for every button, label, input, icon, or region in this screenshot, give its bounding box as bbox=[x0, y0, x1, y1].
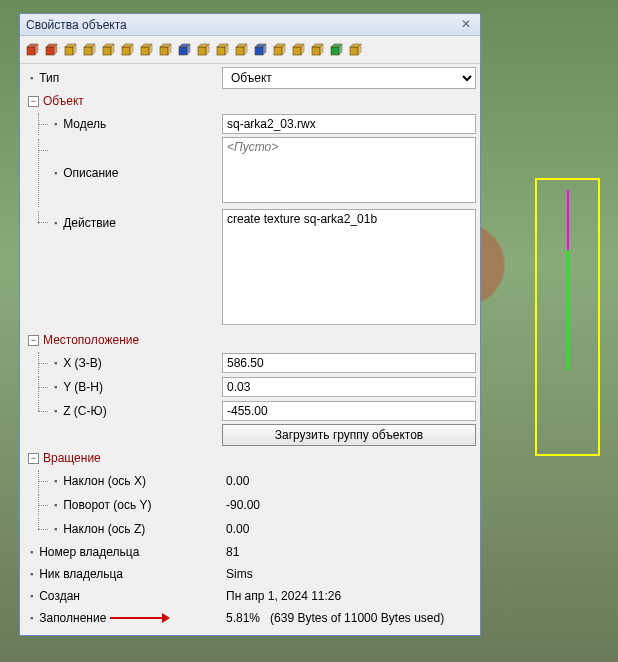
tilt-x-label: Наклон (ось X) bbox=[63, 474, 146, 488]
svg-rect-12 bbox=[103, 47, 111, 55]
cube-small-4-icon[interactable] bbox=[138, 42, 154, 58]
bullet-icon: ▪ bbox=[54, 406, 57, 416]
type-label: Тип bbox=[39, 71, 59, 85]
bullet-icon: ▪ bbox=[54, 524, 57, 534]
x-label: X (З-В) bbox=[63, 356, 102, 370]
turn-y-value: -90.00 bbox=[222, 496, 476, 514]
window-title: Свойства объекта bbox=[26, 18, 458, 32]
svg-rect-15 bbox=[122, 47, 130, 55]
svg-rect-6 bbox=[65, 47, 73, 55]
location-section-label: Местоположение bbox=[43, 333, 139, 347]
tree-branch-icon bbox=[34, 113, 52, 135]
fill-label: Заполнение bbox=[39, 611, 106, 625]
cube-alt-icon[interactable] bbox=[347, 42, 363, 58]
axis-4-icon[interactable] bbox=[252, 42, 268, 58]
owner-nick-label: Ник владельца bbox=[39, 567, 123, 581]
bullet-icon: ▪ bbox=[54, 218, 57, 228]
cube-cross-icon[interactable] bbox=[43, 42, 59, 58]
svg-rect-45 bbox=[312, 47, 320, 55]
owner-number-value: 81 bbox=[222, 543, 476, 561]
properties-content: ▪ Тип Объект − Объект ▪ Модель bbox=[20, 64, 480, 635]
action-textarea[interactable]: create texture sq-arka2_01b bbox=[222, 209, 476, 325]
svg-rect-42 bbox=[293, 47, 301, 55]
shape-green-icon[interactable] bbox=[328, 42, 344, 58]
svg-rect-3 bbox=[46, 47, 54, 55]
cube-yellow-icon[interactable] bbox=[62, 42, 78, 58]
tree-branch-icon bbox=[34, 400, 52, 422]
svg-rect-30 bbox=[217, 47, 225, 55]
z-input[interactable] bbox=[222, 401, 476, 421]
tree-branch-icon bbox=[34, 352, 52, 374]
tilt-z-label: Наклон (ось Z) bbox=[63, 522, 145, 536]
description-label: Описание bbox=[63, 166, 118, 180]
fill-value: 5.81% (639 Bytes of 11000 Bytes used) bbox=[222, 609, 476, 627]
y-label: Y (В-Н) bbox=[63, 380, 103, 394]
svg-rect-33 bbox=[236, 47, 244, 55]
object-section-label: Объект bbox=[43, 94, 84, 108]
axis-1-icon[interactable] bbox=[195, 42, 211, 58]
owner-nick-value: Sims bbox=[222, 565, 476, 583]
bullet-icon: ▪ bbox=[54, 476, 57, 486]
svg-rect-27 bbox=[198, 47, 206, 55]
tree-branch-icon bbox=[34, 139, 52, 207]
turn-y-label: Поворот (ось Y) bbox=[63, 498, 151, 512]
cube-small-2-icon[interactable] bbox=[100, 42, 116, 58]
bullet-icon: ▪ bbox=[30, 73, 33, 83]
bullet-icon: ▪ bbox=[54, 500, 57, 510]
svg-rect-51 bbox=[350, 47, 358, 55]
expander-object[interactable]: − bbox=[28, 96, 39, 107]
bullet-icon: ▪ bbox=[54, 119, 57, 129]
axis-6-icon[interactable] bbox=[290, 42, 306, 58]
model-input[interactable] bbox=[222, 114, 476, 134]
object-properties-window: Свойства объекта ✕ ▪ Тип Объект − Объект bbox=[19, 13, 481, 636]
svg-rect-48 bbox=[331, 47, 339, 55]
bullet-icon: ▪ bbox=[30, 613, 33, 623]
tree-branch-icon bbox=[34, 494, 52, 516]
type-select[interactable]: Объект bbox=[222, 67, 476, 89]
close-icon[interactable]: ✕ bbox=[458, 17, 474, 33]
tree-branch-icon bbox=[34, 376, 52, 398]
expander-rotation[interactable]: − bbox=[28, 453, 39, 464]
svg-rect-18 bbox=[141, 47, 149, 55]
svg-rect-36 bbox=[255, 47, 263, 55]
svg-rect-21 bbox=[160, 47, 168, 55]
tree-branch-icon bbox=[34, 470, 52, 492]
grid-icon[interactable] bbox=[309, 42, 325, 58]
svg-rect-39 bbox=[274, 47, 282, 55]
cube-small-1-icon[interactable] bbox=[81, 42, 97, 58]
action-label: Действие bbox=[63, 216, 116, 230]
bullet-icon: ▪ bbox=[54, 358, 57, 368]
expander-location[interactable]: − bbox=[28, 335, 39, 346]
cube-red-icon[interactable] bbox=[24, 42, 40, 58]
created-label: Создан bbox=[39, 589, 80, 603]
tilt-x-value: 0.00 bbox=[222, 472, 476, 490]
axis-3-icon[interactable] bbox=[233, 42, 249, 58]
anchor-icon[interactable] bbox=[176, 42, 192, 58]
model-label: Модель bbox=[63, 117, 106, 131]
toolbar bbox=[20, 36, 480, 64]
svg-rect-24 bbox=[179, 47, 187, 55]
axis-5-icon[interactable] bbox=[271, 42, 287, 58]
svg-rect-9 bbox=[84, 47, 92, 55]
svg-rect-0 bbox=[27, 47, 35, 55]
cube-small-5-icon[interactable] bbox=[157, 42, 173, 58]
load-group-button[interactable]: Загрузить группу объектов bbox=[222, 424, 476, 446]
y-input[interactable] bbox=[222, 377, 476, 397]
rotation-section-label: Вращение bbox=[43, 451, 101, 465]
bullet-icon: ▪ bbox=[30, 569, 33, 579]
x-input[interactable] bbox=[222, 353, 476, 373]
tilt-z-value: 0.00 bbox=[222, 520, 476, 538]
tree-branch-icon bbox=[34, 518, 52, 540]
z-label: Z (С-Ю) bbox=[63, 404, 106, 418]
axis-2-icon[interactable] bbox=[214, 42, 230, 58]
cube-small-3-icon[interactable] bbox=[119, 42, 135, 58]
description-textarea[interactable] bbox=[222, 137, 476, 203]
bullet-icon: ▪ bbox=[54, 382, 57, 392]
titlebar[interactable]: Свойства объекта ✕ bbox=[20, 14, 480, 36]
owner-number-label: Номер владельца bbox=[39, 545, 139, 559]
bullet-icon: ▪ bbox=[30, 591, 33, 601]
tree-branch-icon bbox=[34, 211, 52, 235]
annotation-arrow-icon bbox=[110, 613, 170, 623]
bullet-icon: ▪ bbox=[30, 547, 33, 557]
bullet-icon: ▪ bbox=[54, 168, 57, 178]
